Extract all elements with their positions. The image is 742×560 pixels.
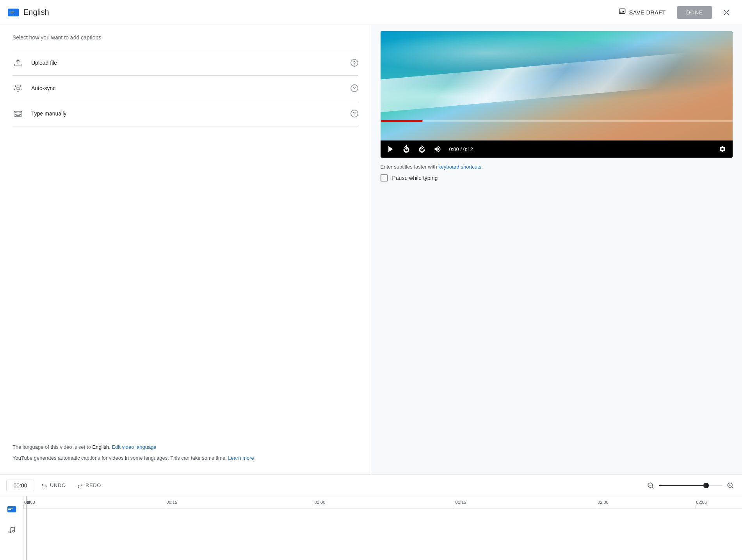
timeline-toolbar: UNDO REDO: [0, 475, 742, 496]
panel-subtitle: Select how you want to add captions: [12, 34, 358, 41]
volume-button[interactable]: [432, 144, 443, 155]
playhead-line: [27, 496, 27, 560]
save-draft-label: SAVE DRAFT: [629, 9, 666, 16]
right-panel: 10 10 0:00 / 0:12: [371, 25, 742, 474]
video-controls: 10 10 0:00 / 0:12: [381, 140, 733, 158]
keyboard-icon: [12, 109, 23, 118]
progress-bar-fill: [381, 120, 423, 122]
app-header: English SAVE DRAFT DONE: [0, 0, 742, 25]
zoom-controls: [645, 480, 736, 491]
zoom-out-button[interactable]: [645, 480, 656, 491]
option-left: Auto-sync: [12, 84, 55, 93]
zoom-thumb[interactable]: [703, 483, 709, 488]
progress-bar-container[interactable]: [381, 120, 733, 122]
timeline-tracks: 00:00 00:15 01:00 01:15: [23, 496, 742, 560]
pause-while-typing-label: Pause while typing: [392, 175, 438, 181]
rewind-10-button[interactable]: 10: [401, 144, 412, 155]
type-manually-option[interactable]: Type manually ?: [12, 101, 358, 126]
keyboard-shortcuts-text: Enter subtitles faster with keyboard sho…: [381, 164, 733, 170]
video-container: 10 10 0:00 / 0:12: [381, 31, 733, 158]
music-track-icon[interactable]: [8, 526, 16, 534]
svg-line-29: [732, 487, 733, 488]
svg-point-6: [623, 11, 624, 12]
timeline-content: 00:00 00:15 01:00 01:15: [0, 496, 742, 560]
auto-caption-text: YouTube generates automatic captions for…: [12, 455, 227, 461]
learn-more-link[interactable]: Learn more: [228, 455, 254, 461]
bottom-info: The language of this video is set to Eng…: [12, 431, 358, 465]
header-right: SAVE DRAFT DONE: [614, 5, 734, 20]
keyboard-shortcuts-link[interactable]: keyboard shortcuts.: [438, 164, 482, 170]
svg-text:10: 10: [405, 148, 407, 151]
type-manually-help-icon[interactable]: ?: [351, 110, 358, 117]
pause-while-typing-checkbox[interactable]: [381, 174, 388, 181]
option-left: Upload file: [12, 58, 57, 68]
header-left: English: [8, 8, 49, 17]
undo-label: UNDO: [50, 482, 66, 488]
left-panel: Select how you want to add captions Uplo…: [0, 25, 371, 474]
timeline-ruler: 00:00 00:15 01:00 01:15: [23, 496, 742, 509]
time-display: 0:00 / 0:12: [449, 146, 473, 152]
svg-point-4: [621, 11, 621, 12]
undo-button[interactable]: UNDO: [37, 480, 70, 491]
close-button[interactable]: [719, 5, 734, 20]
svg-line-26: [652, 487, 654, 488]
done-button[interactable]: DONE: [677, 6, 712, 19]
language-info: The language of this video is set to Eng…: [12, 443, 358, 451]
settings-button[interactable]: [717, 144, 728, 155]
edit-video-language-link[interactable]: Edit video language: [112, 444, 156, 450]
upload-file-help-icon[interactable]: ?: [351, 59, 358, 67]
svg-rect-33: [8, 508, 13, 508]
ruler-marks: 00:00 00:15 01:00 01:15: [23, 496, 742, 508]
svg-rect-0: [10, 10, 17, 15]
pause-while-typing-container[interactable]: Pause while typing: [381, 174, 733, 181]
auto-caption-info: YouTube generates automatic captions for…: [12, 454, 358, 462]
captions-track-icon[interactable]: [7, 506, 16, 514]
option-left: Type manually: [12, 109, 66, 118]
svg-point-9: [17, 87, 19, 89]
forward-10-button[interactable]: 10: [416, 144, 427, 155]
zoom-slider[interactable]: [659, 485, 722, 486]
save-draft-button[interactable]: SAVE DRAFT: [614, 5, 671, 20]
ruler-mark-120: 02:00: [597, 500, 609, 508]
timeline-left-icons: [0, 496, 23, 560]
zoom-track: [659, 485, 706, 486]
svg-marker-22: [388, 146, 393, 152]
redo-button[interactable]: REDO: [73, 480, 105, 491]
upload-file-option[interactable]: Upload file ?: [12, 50, 358, 76]
upload-icon: [12, 58, 23, 68]
ruler-mark-60: 01:00: [314, 500, 326, 508]
music-track-row: [23, 526, 742, 540]
svg-text:10: 10: [421, 148, 423, 151]
svg-rect-34: [8, 509, 11, 510]
track-rows: [23, 509, 742, 543]
svg-point-5: [622, 11, 623, 12]
page-title: English: [23, 8, 49, 17]
feedback-icon: [618, 8, 626, 17]
subtitles-icon: [8, 9, 19, 16]
auto-sync-icon: [12, 84, 23, 93]
time-input[interactable]: [6, 480, 34, 491]
language-name: English: [93, 444, 109, 450]
ruler-mark-126: 02:06: [695, 500, 707, 508]
playhead-indicator: [27, 501, 30, 504]
language-info-prefix: The language of this video is set to: [12, 444, 93, 450]
caption-options: Upload file ?: [12, 50, 358, 126]
main-content: Select how you want to add captions Uplo…: [0, 25, 742, 474]
play-button[interactable]: [385, 144, 396, 155]
auto-sync-label: Auto-sync: [31, 85, 55, 91]
svg-rect-1: [10, 11, 14, 12]
svg-point-35: [9, 531, 11, 533]
auto-sync-help-icon[interactable]: ?: [351, 84, 358, 92]
ruler-mark-15: 00:15: [166, 500, 178, 508]
upload-file-label: Upload file: [31, 60, 57, 66]
timeline-area: UNDO REDO: [0, 474, 742, 560]
redo-label: REDO: [85, 482, 101, 488]
ruler-mark-75: 01:15: [455, 500, 466, 508]
zoom-in-button[interactable]: [725, 480, 736, 491]
captions-track-row: [23, 512, 742, 526]
auto-sync-option[interactable]: Auto-sync ?: [12, 76, 358, 101]
video-thumbnail: [381, 31, 733, 140]
svg-rect-2: [10, 12, 13, 13]
type-manually-label: Type manually: [31, 110, 66, 117]
svg-point-36: [12, 530, 14, 532]
